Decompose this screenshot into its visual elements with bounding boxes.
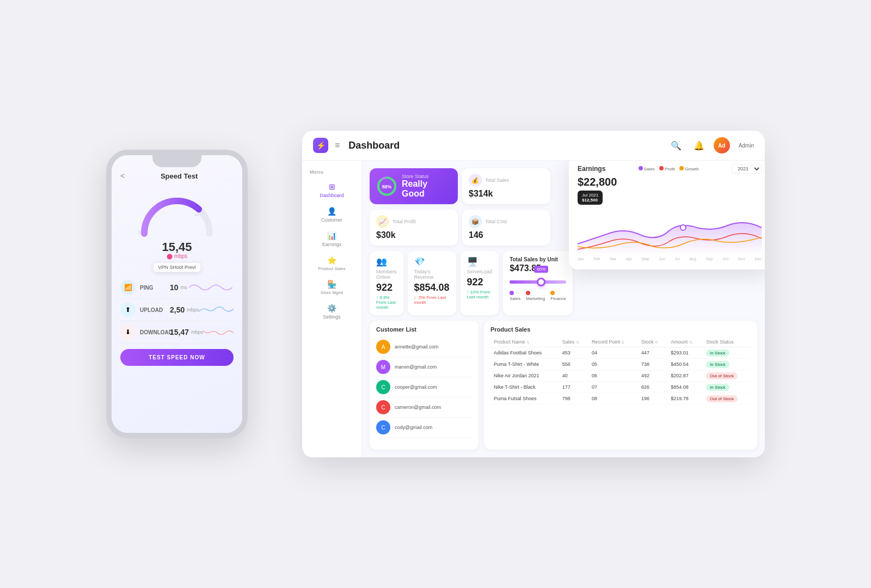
store-status-label: Store Status bbox=[402, 174, 451, 179]
speed-value: 15,45 bbox=[162, 241, 192, 253]
customer-nav-icon: 👤 bbox=[327, 207, 336, 216]
revenue-icon: 💎 bbox=[414, 256, 450, 267]
profit-legend-dot: Profit bbox=[659, 166, 675, 171]
dashboard-main-content: Earnings Sales Profit Growth 2021 2022 $… bbox=[362, 161, 765, 457]
speedometer-gauge: 10 20 30 40 50 bbox=[133, 190, 220, 239]
product-record-cell: 08 bbox=[588, 393, 638, 405]
product-amount-cell: $854.08 bbox=[667, 382, 703, 393]
sidebar-item-product-sales[interactable]: ⭐ Product Sales bbox=[302, 252, 361, 275]
store-status-value: Really Good bbox=[402, 179, 451, 199]
product-amount-cell: $293.01 bbox=[667, 347, 703, 359]
ping-label: PING bbox=[140, 285, 170, 291]
earnings-chart bbox=[578, 211, 762, 255]
dashboard-header: ⚡ ≡ Dashboard 🔍 🔔 Ad Admin bbox=[302, 131, 765, 161]
sales-unit-legend: Sales Marketing Finance bbox=[510, 291, 566, 301]
sales-unit-title: Total Sales by Unit bbox=[510, 256, 566, 262]
customer-email: cooper@gmail.com bbox=[395, 384, 437, 390]
stock-status-badge: Out of Stock bbox=[706, 372, 738, 379]
product-status-cell: In Stock bbox=[703, 347, 751, 359]
chart-months: JanFebMarAprMayJunJulAugSepOctNovDec bbox=[578, 257, 762, 261]
customer-avatar: C bbox=[376, 420, 390, 434]
product-status-cell: Out of Stock bbox=[703, 370, 751, 382]
product-name-cell: Puma Futsal Shoes bbox=[490, 393, 559, 405]
menu-icon[interactable]: ≡ bbox=[335, 140, 340, 150]
year-select[interactable]: 2021 2022 bbox=[732, 164, 762, 174]
phone-screen-title: Speed Test bbox=[125, 172, 234, 180]
product-amount-cell: $450.54 bbox=[667, 359, 703, 370]
earnings-nav-icon: 📊 bbox=[327, 231, 336, 240]
table-row: Puma T-Shirt - White 556 05 738 $450.54 … bbox=[490, 359, 751, 370]
svg-point-5 bbox=[680, 225, 686, 230]
product-stock-cell: 447 bbox=[638, 347, 667, 359]
sidebar-item-settings[interactable]: ⚙️ Settings bbox=[302, 299, 361, 324]
product-name-cell: Puma T-Shirt - White bbox=[490, 359, 559, 370]
earnings-legend: Sales Profit Growth bbox=[639, 166, 699, 171]
growth-legend-dot: Growth bbox=[679, 166, 699, 171]
test-speed-button[interactable]: TEST SPEED NOW bbox=[120, 349, 234, 366]
col-product-name[interactable]: Product Name ⇅ bbox=[490, 337, 559, 347]
download-value: 15,47 bbox=[170, 328, 189, 336]
upload-metric: ⬆ UPLOAD 2,50 mbps bbox=[120, 299, 234, 321]
dashboard-nav-icon: ⊞ bbox=[329, 182, 335, 191]
col-amount[interactable]: Amount ⇅ bbox=[667, 337, 703, 347]
search-icon[interactable]: 🔍 bbox=[668, 137, 684, 154]
store-status-card: 88% Store Status Really Good bbox=[370, 168, 458, 204]
ping-value: 10 bbox=[170, 283, 179, 292]
sidebar-item-customer[interactable]: 👤 Customer bbox=[302, 203, 361, 227]
user-avatar[interactable]: Ad bbox=[714, 137, 730, 154]
product-stock-cell: 826 bbox=[638, 382, 667, 393]
sales-legend-dot: Sales bbox=[639, 166, 655, 171]
sidebar-menu-label: Menu bbox=[302, 166, 361, 178]
profit-value: $30k bbox=[376, 230, 451, 240]
table-row: Puma Futsal Shoes 798 08 196 $219.78 Out… bbox=[490, 393, 751, 405]
slider-thumb[interactable] bbox=[537, 278, 545, 286]
server-load-card: 🖥️ ServerLoad 922 ↑ 10% From Last month bbox=[461, 251, 499, 315]
stat-cards-row2: 📈 Total Profit $30k 📦 Total Cost 146 bbox=[370, 210, 550, 246]
speed-unit: ⬤ mbps bbox=[167, 253, 187, 259]
upload-value: 2,50 bbox=[170, 305, 185, 314]
phone-mockup: < Speed Test 10 20 30 40 50 bbox=[106, 150, 259, 438]
product-record-cell: 07 bbox=[588, 382, 638, 393]
sidebar-item-product-sales-label: Product Sales bbox=[318, 266, 346, 271]
customer-email: cameron@gmail.com bbox=[395, 405, 441, 410]
table-row: Adidas Footbal Shoes 453 04 447 $293.01 … bbox=[490, 347, 751, 359]
metrics-row: 👥 Members Online 922 ↑ 9.8% From Last mo… bbox=[370, 251, 550, 315]
total-cost-card: 📦 Total Cost 146 bbox=[462, 210, 550, 246]
sidebar-item-earnings[interactable]: 📊 Earnings bbox=[302, 227, 361, 252]
col-record[interactable]: Record Point ⇅ bbox=[588, 337, 638, 347]
server-label: ServerLoad bbox=[467, 269, 493, 274]
dashboard-panel: ⚡ ≡ Dashboard 🔍 🔔 Ad Admin Menu ⊞ Dashbo… bbox=[302, 131, 765, 457]
phone-back-button[interactable]: < bbox=[120, 171, 125, 180]
customer-email: annette@gmail.com bbox=[395, 344, 438, 350]
svg-text:88%: 88% bbox=[382, 184, 392, 189]
sidebar-item-dashboard[interactable]: ⊞ Dashboard bbox=[302, 178, 361, 203]
settings-nav-icon: ⚙️ bbox=[327, 304, 336, 313]
server-value: 922 bbox=[467, 277, 493, 288]
stat-cards-row1: 88% Store Status Really Good 💰 Total Sal… bbox=[370, 168, 550, 204]
sidebar-item-store[interactable]: 🏪 Store Mgmt bbox=[302, 275, 361, 299]
product-sales-cell: 556 bbox=[559, 359, 588, 370]
customer-avatar: C bbox=[376, 380, 390, 394]
phone-notch bbox=[152, 155, 201, 167]
notification-icon[interactable]: 🔔 bbox=[691, 137, 707, 154]
sales-unit-slider[interactable]: 60% bbox=[510, 277, 566, 287]
server-change: ↑ 10% From Last month bbox=[467, 290, 493, 299]
download-unit: mbps bbox=[191, 329, 203, 335]
cost-icon: 📦 bbox=[469, 215, 482, 228]
total-sales-label: Total Sales bbox=[485, 177, 509, 183]
phone-frame: < Speed Test 10 20 30 40 50 bbox=[106, 150, 248, 438]
sidebar: Menu ⊞ Dashboard 👤 Customer 📊 Earnings ⭐… bbox=[302, 161, 362, 457]
total-sales-icon: 💰 bbox=[469, 174, 482, 187]
product-name-cell: Nike Air Jordan 2021 bbox=[490, 370, 559, 382]
dashboard-body: Menu ⊞ Dashboard 👤 Customer 📊 Earnings ⭐… bbox=[302, 161, 765, 457]
product-sales-cell: 177 bbox=[559, 382, 588, 393]
product-name-cell: Adidas Footbal Shoes bbox=[490, 347, 559, 359]
col-sales[interactable]: Sales ⇅ bbox=[559, 337, 588, 347]
customer-avatar: A bbox=[376, 340, 390, 354]
profit-label: Total Profit bbox=[392, 219, 416, 224]
product-status-cell: Out of Stock bbox=[703, 393, 751, 405]
col-stock[interactable]: Stock ⇅ bbox=[638, 337, 667, 347]
product-sales-cell: 453 bbox=[559, 347, 588, 359]
product-sales-cell: 798 bbox=[559, 393, 588, 405]
members-icon: 👥 bbox=[376, 256, 397, 267]
